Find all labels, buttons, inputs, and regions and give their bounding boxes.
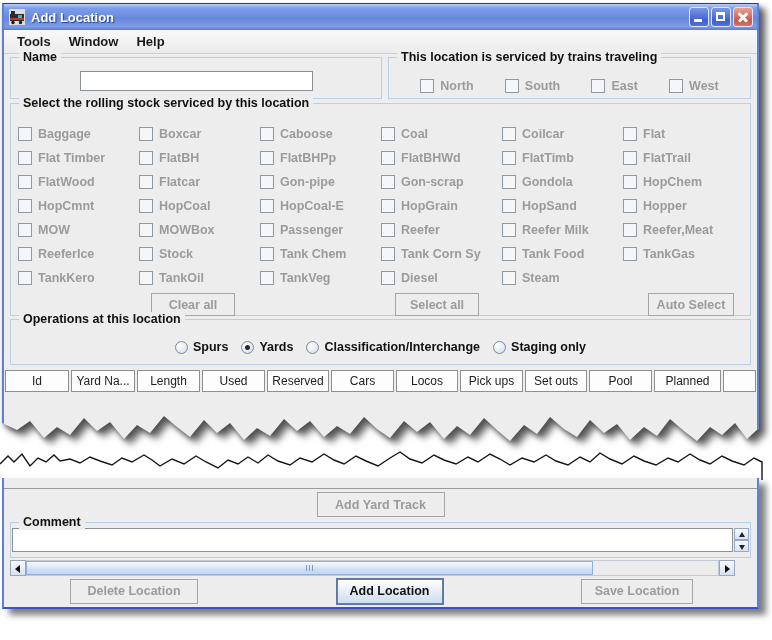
menu-item[interactable]: Help bbox=[127, 30, 173, 53]
operations-radio[interactable]: Classification/Interchange bbox=[306, 340, 480, 354]
checkbox-icon bbox=[18, 247, 32, 261]
rolling-stock-checkbox[interactable]: Diesel bbox=[381, 269, 502, 286]
checkbox-icon bbox=[502, 127, 516, 141]
menu-item[interactable]: Window bbox=[60, 30, 128, 53]
rolling-stock-checkbox[interactable]: Passenger bbox=[260, 221, 381, 238]
scrollbar-track[interactable] bbox=[26, 560, 719, 576]
minimize-icon[interactable] bbox=[689, 7, 709, 27]
title-bar[interactable]: Add Location bbox=[4, 4, 757, 30]
table-column-header[interactable]: Used bbox=[202, 370, 265, 392]
rolling-stock-label: ReeferIce bbox=[38, 247, 94, 261]
close-icon[interactable] bbox=[733, 7, 753, 27]
radio-icon bbox=[175, 341, 188, 354]
rolling-stock-label: Flatcar bbox=[159, 175, 200, 189]
rolling-stock-checkbox[interactable]: FlatTrail bbox=[623, 149, 744, 166]
rolling-stock-checkbox[interactable]: FlatTimb bbox=[502, 149, 623, 166]
add-location-button[interactable]: Add Location bbox=[337, 579, 443, 604]
rolling-stock-checkbox[interactable]: Tank Chem bbox=[260, 245, 381, 262]
rolling-stock-checkbox[interactable]: HopGrain bbox=[381, 197, 502, 214]
table-column-header[interactable]: Planned bbox=[654, 370, 721, 392]
arrow-up-icon[interactable] bbox=[734, 528, 749, 540]
location-name-input[interactable] bbox=[80, 71, 313, 91]
rolling-stock-checkbox[interactable]: Flatcar bbox=[139, 173, 260, 190]
operations-radio[interactable]: Spurs bbox=[175, 340, 228, 354]
direction-checkbox[interactable]: West bbox=[669, 77, 719, 94]
rolling-stock-checkbox[interactable]: Stock bbox=[139, 245, 260, 262]
rolling-stock-checkbox[interactable]: Reefer Milk bbox=[502, 221, 623, 238]
table-column-header[interactable]: Pool bbox=[589, 370, 652, 392]
rolling-stock-checkbox[interactable]: Tank Food bbox=[502, 245, 623, 262]
rolling-stock-checkbox[interactable]: HopChem bbox=[623, 173, 744, 190]
rolling-stock-checkbox[interactable]: FlatBHWd bbox=[381, 149, 502, 166]
rolling-stock-label: TankGas bbox=[643, 247, 695, 261]
table-column-header[interactable]: Cars bbox=[331, 370, 394, 392]
arrow-down-icon[interactable] bbox=[734, 540, 749, 552]
rolling-stock-checkbox[interactable]: HopCmnt bbox=[18, 197, 139, 214]
save-location-button[interactable]: Save Location bbox=[581, 579, 693, 604]
checkbox-icon bbox=[502, 271, 516, 285]
rolling-stock-label: FlatBHPp bbox=[280, 151, 336, 165]
direction-checkbox[interactable]: South bbox=[505, 77, 560, 94]
checkbox-icon bbox=[623, 175, 637, 189]
comment-input[interactable] bbox=[12, 528, 733, 552]
rolling-stock-checkbox[interactable]: MOWBox bbox=[139, 221, 260, 238]
rolling-stock-checkbox[interactable]: TankKero bbox=[18, 269, 139, 286]
rolling-stock-checkbox[interactable]: HopSand bbox=[502, 197, 623, 214]
rolling-stock-checkbox[interactable]: Hopper bbox=[623, 197, 744, 214]
table-column-header[interactable]: Id bbox=[5, 370, 69, 392]
rolling-stock-group-title: Select the rolling stock serviced by thi… bbox=[19, 96, 313, 111]
table-column-header[interactable]: Pick ups bbox=[460, 370, 523, 392]
rolling-stock-checkbox[interactable]: FlatBHPp bbox=[260, 149, 381, 166]
auto-select-button[interactable]: Auto Select bbox=[648, 293, 734, 316]
arrow-left-icon[interactable] bbox=[10, 560, 26, 576]
checkbox-icon bbox=[260, 127, 274, 141]
operations-radio[interactable]: Yards bbox=[241, 340, 293, 354]
rolling-stock-checkbox[interactable]: MOW bbox=[18, 221, 139, 238]
checkbox-icon bbox=[139, 175, 153, 189]
rolling-stock-label: TankVeg bbox=[280, 271, 330, 285]
arrow-right-icon[interactable] bbox=[719, 560, 735, 576]
rolling-stock-checkbox[interactable]: Tank Corn Sy bbox=[381, 245, 502, 262]
rolling-stock-checkbox[interactable]: Coilcar bbox=[502, 125, 623, 142]
direction-checkbox[interactable]: East bbox=[591, 77, 637, 94]
rolling-stock-checkbox[interactable]: Gon-scrap bbox=[381, 173, 502, 190]
add-yard-track-button[interactable]: Add Yard Track bbox=[317, 492, 445, 517]
delete-location-button[interactable]: Delete Location bbox=[70, 579, 198, 604]
table-column-header[interactable]: Set outs bbox=[525, 370, 587, 392]
rolling-stock-checkbox[interactable]: TankVeg bbox=[260, 269, 381, 286]
select-all-button[interactable]: Select all bbox=[395, 293, 479, 316]
rolling-stock-checkbox[interactable]: TankGas bbox=[623, 245, 744, 262]
table-column-header[interactable]: Locos bbox=[396, 370, 458, 392]
rolling-stock-checkbox[interactable]: Reefer bbox=[381, 221, 502, 238]
comment-group-title: Comment bbox=[19, 515, 85, 530]
checkbox-icon bbox=[623, 151, 637, 165]
table-column-header[interactable]: Reserved bbox=[267, 370, 329, 392]
rolling-stock-checkbox[interactable]: Reefer,Meat bbox=[623, 221, 744, 238]
rolling-stock-checkbox[interactable]: HopCoal bbox=[139, 197, 260, 214]
rolling-stock-label: Passenger bbox=[280, 223, 343, 237]
rolling-stock-checkbox[interactable]: Baggage bbox=[18, 125, 139, 142]
rolling-stock-checkbox[interactable]: Coal bbox=[381, 125, 502, 142]
maximize-icon[interactable] bbox=[711, 7, 731, 27]
rolling-stock-checkbox[interactable]: ReeferIce bbox=[18, 245, 139, 262]
rolling-stock-label: HopCoal-E bbox=[280, 199, 344, 213]
direction-checkbox[interactable]: North bbox=[420, 77, 473, 94]
table-column-header[interactable]: Yard Na... bbox=[71, 370, 135, 392]
operations-radio[interactable]: Staging only bbox=[493, 340, 586, 354]
table-column-header[interactable]: Length bbox=[137, 370, 200, 392]
rolling-stock-checkbox[interactable]: HopCoal-E bbox=[260, 197, 381, 214]
rolling-stock-checkbox[interactable]: Steam bbox=[502, 269, 623, 286]
rolling-stock-checkbox[interactable]: Boxcar bbox=[139, 125, 260, 142]
rolling-stock-checkbox[interactable]: TankOil bbox=[139, 269, 260, 286]
rolling-stock-label: TankOil bbox=[159, 271, 204, 285]
rolling-stock-checkbox[interactable]: Caboose bbox=[260, 125, 381, 142]
checkbox-icon bbox=[381, 199, 395, 213]
rolling-stock-checkbox[interactable]: Gondola bbox=[502, 173, 623, 190]
rolling-stock-checkbox[interactable]: Flat bbox=[623, 125, 744, 142]
rolling-stock-checkbox[interactable]: FlatBH bbox=[139, 149, 260, 166]
rolling-stock-checkbox[interactable]: Gon-pipe bbox=[260, 173, 381, 190]
checkbox-icon bbox=[18, 175, 32, 189]
rolling-stock-checkbox[interactable]: Flat Timber bbox=[18, 149, 139, 166]
scrollbar-thumb[interactable] bbox=[26, 561, 593, 575]
rolling-stock-checkbox[interactable]: FlatWood bbox=[18, 173, 139, 190]
